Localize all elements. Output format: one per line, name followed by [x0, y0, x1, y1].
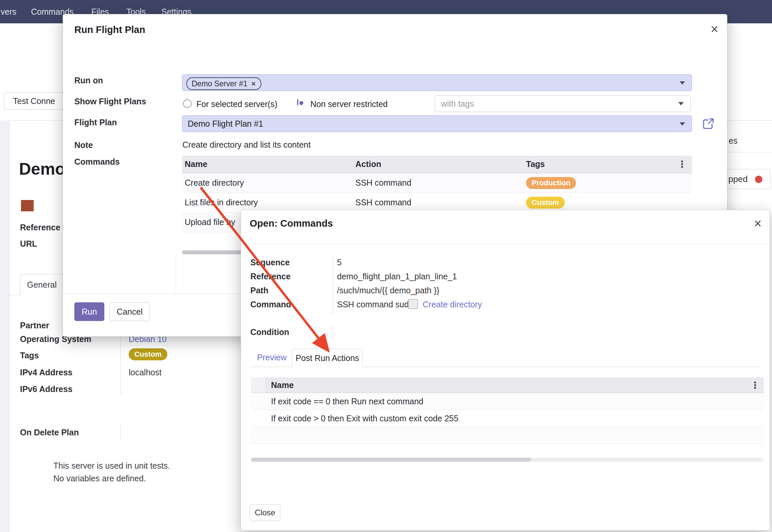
- row-action: SSH command: [355, 178, 411, 188]
- nav-item-servers[interactable]: vers: [1, 0, 16, 23]
- actions-table-header: Name ⋮: [251, 377, 764, 393]
- table-horizontal-scrollbar[interactable]: [251, 458, 764, 462]
- unit-test-note: This server is used in unit tests.: [53, 461, 170, 471]
- chip-remove-icon[interactable]: ✕: [251, 80, 256, 88]
- tags-label: Tags: [20, 351, 39, 360]
- note-text: Create directory and list its content: [182, 140, 311, 150]
- radio-selected-servers[interactable]: [183, 99, 192, 108]
- external-link-icon[interactable]: [702, 117, 715, 130]
- cancel-button[interactable]: Cancel: [109, 302, 150, 321]
- table-row-empty: [251, 427, 764, 444]
- url-label: URL: [20, 239, 37, 249]
- flight-plan-label: Flight Plan: [74, 118, 117, 127]
- tab-preview[interactable]: Preview: [257, 353, 287, 362]
- tab-general[interactable]: General: [20, 274, 64, 295]
- server-name-heading: Demo: [19, 159, 65, 179]
- modal-header-divider: [241, 244, 770, 245]
- command-value: SSH command sudo: [337, 300, 413, 309]
- on-delete-plan-label: On Delete Plan: [20, 428, 79, 437]
- screen: vers Commands Files Tools Settings Test …: [0, 0, 772, 532]
- action-rule: If exit code == 0 then Run next command: [271, 397, 423, 406]
- color-swatch: [21, 200, 34, 211]
- truncated-smart-button[interactable]: es: [729, 136, 737, 146]
- path-value: /such/much/{{ demo_path }}: [337, 286, 439, 295]
- page-gutter: [0, 120, 9, 532]
- open-commands-modal: Open: Commands × Sequence Reference Path…: [241, 210, 770, 531]
- ipv6-label: IPv6 Address: [20, 384, 72, 394]
- server-chip-label: Demo Server #1: [192, 79, 247, 88]
- chevron-down-icon: [678, 102, 684, 105]
- custom-tag-badge: Custom: [129, 348, 167, 360]
- with-tags-input[interactable]: with tags: [435, 95, 691, 112]
- col-header-action[interactable]: Action: [355, 159, 381, 169]
- note-label: Note: [74, 140, 93, 150]
- reference-label: Reference: [20, 223, 60, 232]
- status-stopped-dot-icon: [755, 176, 762, 183]
- row-name: Create directory: [185, 178, 244, 188]
- server-chip[interactable]: Demo Server #1 ✕: [186, 77, 261, 90]
- col-header-name[interactable]: Name: [185, 159, 207, 169]
- tags-badge: Custom: [129, 348, 167, 360]
- action-rule: If exit code > 0 then Exit with custom e…: [271, 414, 458, 423]
- form-divider: [120, 424, 121, 441]
- field-divider: [333, 256, 333, 315]
- row-name: List files in directory: [185, 198, 258, 207]
- run-on-field[interactable]: Demo Server #1 ✕: [182, 74, 692, 91]
- selector-column: [251, 377, 266, 393]
- condition-label: Condition: [250, 327, 289, 337]
- table-row[interactable]: If exit code > 0 then Exit with custom e…: [251, 410, 764, 427]
- with-tags-placeholder: with tags: [441, 99, 474, 109]
- close-icon[interactable]: ×: [711, 22, 718, 36]
- table-row[interactable]: Create directory SSH command Production: [182, 173, 692, 193]
- flight-plan-select[interactable]: Demo Flight Plan #1: [182, 115, 692, 132]
- chevron-down-icon: [680, 81, 685, 85]
- radio-non-server-restricted-label[interactable]: Non server restricted: [310, 99, 388, 109]
- run-on-label: Run on: [74, 76, 103, 85]
- path-label: Path: [250, 286, 268, 295]
- kebab-menu-icon[interactable]: ⋮: [677, 159, 687, 170]
- ipv4-value: localhost: [129, 368, 162, 377]
- run-button[interactable]: Run: [74, 302, 104, 321]
- post-run-actions-table: Name ⋮ If exit code == 0 then Run next c…: [251, 377, 764, 444]
- partner-label: Partner: [20, 321, 49, 330]
- show-flight-plans-label: Show Flight Plans: [74, 97, 146, 106]
- col-header-name[interactable]: Name: [271, 380, 294, 390]
- field-divider: [333, 325, 333, 341]
- scrollbar-thumb[interactable]: [251, 458, 531, 462]
- flight-plan-value: Demo Flight Plan #1: [188, 119, 263, 129]
- reference-value: demo_flight_plan_1_plan_line_1: [337, 272, 457, 281]
- no-variables-note: No variables are defined.: [53, 474, 146, 483]
- radio-selected-servers-label[interactable]: For selected server(s): [196, 99, 277, 109]
- commands-label: Commands: [74, 157, 120, 167]
- close-icon[interactable]: ×: [754, 217, 762, 230]
- commands-table-header: Name Action Tags ⋮: [182, 156, 692, 173]
- pane-divider: [176, 254, 176, 294]
- row-name: Upload file by: [185, 217, 235, 227]
- open-modal-title: Open: Commands: [250, 218, 333, 229]
- row-tag-badge: Custom: [526, 197, 565, 209]
- command-checkbox[interactable]: [408, 299, 418, 309]
- create-directory-link[interactable]: Create directory: [423, 300, 482, 309]
- ipv4-label: IPv4 Address: [20, 368, 72, 377]
- kebab-menu-icon[interactable]: ⋮: [750, 380, 760, 391]
- col-header-tags[interactable]: Tags: [526, 159, 545, 169]
- tab-post-run-actions[interactable]: Post Run Actions: [292, 349, 363, 367]
- sequence-label: Sequence: [250, 258, 290, 267]
- row-tag-badge: Production: [526, 177, 576, 189]
- table-row[interactable]: If exit code == 0 then Run next command: [251, 393, 764, 410]
- close-button[interactable]: Close: [250, 504, 280, 521]
- radio-non-server-restricted[interactable]: [297, 99, 298, 106]
- run-modal-title: Run Flight Plan: [74, 24, 145, 35]
- row-action: SSH command: [355, 198, 411, 207]
- reference-label: Reference: [250, 272, 291, 281]
- sequence-value: 5: [337, 258, 342, 267]
- status-text: pped: [728, 174, 748, 184]
- chevron-down-icon: [680, 122, 685, 126]
- command-label: Command: [250, 300, 291, 309]
